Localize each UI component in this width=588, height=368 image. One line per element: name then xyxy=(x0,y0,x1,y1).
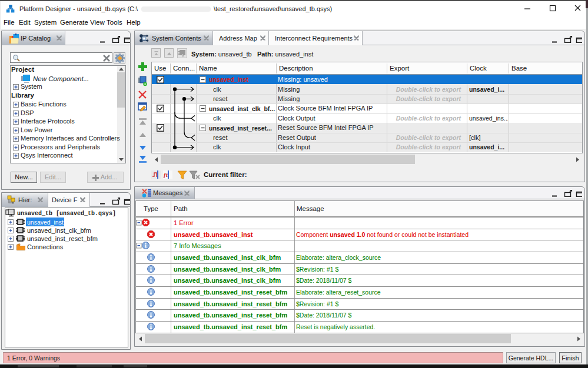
svg-text:ft: ft xyxy=(164,171,168,178)
